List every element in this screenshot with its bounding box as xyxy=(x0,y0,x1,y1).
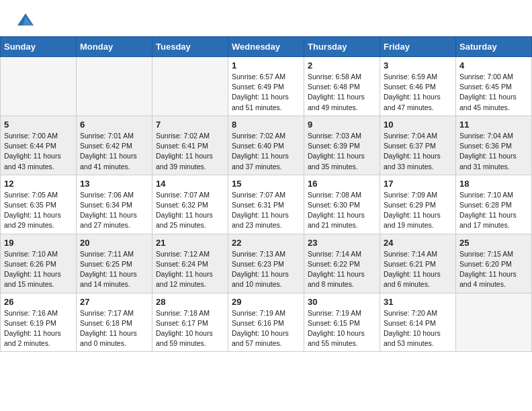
day-number: 1 xyxy=(232,60,300,71)
calendar-day: 7Sunrise: 7:02 AM Sunset: 6:41 PM Daylig… xyxy=(152,116,228,175)
day-number: 25 xyxy=(459,238,528,248)
calendar-day: 25Sunrise: 7:15 AM Sunset: 6:20 PM Dayli… xyxy=(456,234,532,293)
day-info: Sunrise: 7:11 AM Sunset: 6:25 PM Dayligh… xyxy=(80,249,148,290)
day-number: 8 xyxy=(232,120,300,130)
day-info: Sunrise: 7:01 AM Sunset: 6:42 PM Dayligh… xyxy=(80,131,148,172)
weekday-header-wednesday: Wednesday xyxy=(228,37,304,57)
day-info: Sunrise: 7:04 AM Sunset: 6:37 PM Dayligh… xyxy=(384,131,452,172)
calendar-day: 4Sunrise: 7:00 AM Sunset: 6:45 PM Daylig… xyxy=(456,57,532,116)
day-info: Sunrise: 7:03 AM Sunset: 6:39 PM Dayligh… xyxy=(308,131,376,172)
calendar-day xyxy=(1,57,77,116)
day-number: 10 xyxy=(384,120,452,130)
calendar-day: 31Sunrise: 7:20 AM Sunset: 6:14 PM Dayli… xyxy=(380,293,456,352)
calendar-day: 10Sunrise: 7:04 AM Sunset: 6:37 PM Dayli… xyxy=(380,116,456,175)
calendar-day: 8Sunrise: 7:02 AM Sunset: 6:40 PM Daylig… xyxy=(228,116,304,175)
page-header xyxy=(0,0,532,36)
day-info: Sunrise: 7:07 AM Sunset: 6:31 PM Dayligh… xyxy=(232,190,300,231)
day-info: Sunrise: 6:57 AM Sunset: 6:49 PM Dayligh… xyxy=(232,72,300,113)
day-number: 14 xyxy=(156,179,224,189)
weekday-header-sunday: Sunday xyxy=(1,37,77,57)
calendar-day: 1Sunrise: 6:57 AM Sunset: 6:49 PM Daylig… xyxy=(228,57,304,116)
calendar-week-3: 12Sunrise: 7:05 AM Sunset: 6:35 PM Dayli… xyxy=(1,175,532,234)
day-number: 5 xyxy=(4,120,73,130)
weekday-header-thursday: Thursday xyxy=(304,37,380,57)
calendar-day: 12Sunrise: 7:05 AM Sunset: 6:35 PM Dayli… xyxy=(1,175,77,234)
logo-icon xyxy=(16,11,35,30)
calendar-day: 27Sunrise: 7:17 AM Sunset: 6:18 PM Dayli… xyxy=(77,293,152,352)
calendar-week-1: 1Sunrise: 6:57 AM Sunset: 6:49 PM Daylig… xyxy=(1,57,532,116)
day-info: Sunrise: 7:02 AM Sunset: 6:40 PM Dayligh… xyxy=(232,131,300,172)
day-number: 26 xyxy=(4,297,73,307)
day-info: Sunrise: 7:14 AM Sunset: 6:22 PM Dayligh… xyxy=(308,249,376,290)
day-number: 29 xyxy=(232,297,300,307)
day-info: Sunrise: 7:06 AM Sunset: 6:34 PM Dayligh… xyxy=(80,190,148,231)
day-number: 15 xyxy=(232,179,300,189)
day-number: 18 xyxy=(459,179,528,189)
day-number: 7 xyxy=(156,120,224,130)
day-number: 21 xyxy=(156,238,224,248)
day-info: Sunrise: 7:07 AM Sunset: 6:32 PM Dayligh… xyxy=(156,190,224,231)
day-number: 20 xyxy=(80,238,148,248)
calendar-day: 28Sunrise: 7:18 AM Sunset: 6:17 PM Dayli… xyxy=(152,293,228,352)
calendar-day: 17Sunrise: 7:09 AM Sunset: 6:29 PM Dayli… xyxy=(380,175,456,234)
calendar-day: 30Sunrise: 7:19 AM Sunset: 6:15 PM Dayli… xyxy=(304,293,380,352)
calendar-day: 14Sunrise: 7:07 AM Sunset: 6:32 PM Dayli… xyxy=(152,175,228,234)
day-info: Sunrise: 7:16 AM Sunset: 6:19 PM Dayligh… xyxy=(4,308,73,349)
day-number: 2 xyxy=(308,60,376,71)
calendar-day: 6Sunrise: 7:01 AM Sunset: 6:42 PM Daylig… xyxy=(77,116,152,175)
day-info: Sunrise: 7:14 AM Sunset: 6:21 PM Dayligh… xyxy=(384,249,452,290)
calendar-week-2: 5Sunrise: 7:00 AM Sunset: 6:44 PM Daylig… xyxy=(1,116,532,175)
weekday-header-monday: Monday xyxy=(77,37,152,57)
day-number: 3 xyxy=(384,60,452,71)
calendar-day: 22Sunrise: 7:13 AM Sunset: 6:23 PM Dayli… xyxy=(228,234,304,293)
day-number: 19 xyxy=(4,238,73,248)
calendar-day: 15Sunrise: 7:07 AM Sunset: 6:31 PM Dayli… xyxy=(228,175,304,234)
calendar-day: 21Sunrise: 7:12 AM Sunset: 6:24 PM Dayli… xyxy=(152,234,228,293)
day-number: 13 xyxy=(80,179,148,189)
day-number: 24 xyxy=(384,238,452,248)
calendar-day: 23Sunrise: 7:14 AM Sunset: 6:22 PM Dayli… xyxy=(304,234,380,293)
day-info: Sunrise: 7:00 AM Sunset: 6:45 PM Dayligh… xyxy=(459,72,528,113)
day-info: Sunrise: 7:04 AM Sunset: 6:36 PM Dayligh… xyxy=(459,131,528,172)
calendar-day: 19Sunrise: 7:10 AM Sunset: 6:26 PM Dayli… xyxy=(1,234,77,293)
weekday-header-friday: Friday xyxy=(380,37,456,57)
day-number: 28 xyxy=(156,297,224,307)
day-info: Sunrise: 7:18 AM Sunset: 6:17 PM Dayligh… xyxy=(156,308,224,349)
day-info: Sunrise: 7:19 AM Sunset: 6:16 PM Dayligh… xyxy=(232,308,300,349)
calendar-table: SundayMondayTuesdayWednesdayThursdayFrid… xyxy=(0,36,532,352)
day-info: Sunrise: 7:02 AM Sunset: 6:41 PM Dayligh… xyxy=(156,131,224,172)
calendar-day: 24Sunrise: 7:14 AM Sunset: 6:21 PM Dayli… xyxy=(380,234,456,293)
calendar-day: 16Sunrise: 7:08 AM Sunset: 6:30 PM Dayli… xyxy=(304,175,380,234)
day-number: 27 xyxy=(80,297,148,307)
day-number: 16 xyxy=(308,179,376,189)
day-info: Sunrise: 7:08 AM Sunset: 6:30 PM Dayligh… xyxy=(308,190,376,231)
calendar-week-5: 26Sunrise: 7:16 AM Sunset: 6:19 PM Dayli… xyxy=(1,293,532,352)
day-info: Sunrise: 6:59 AM Sunset: 6:46 PM Dayligh… xyxy=(384,72,452,113)
day-number: 17 xyxy=(384,179,452,189)
calendar-day: 13Sunrise: 7:06 AM Sunset: 6:34 PM Dayli… xyxy=(77,175,152,234)
day-info: Sunrise: 7:10 AM Sunset: 6:28 PM Dayligh… xyxy=(459,190,528,231)
calendar-day xyxy=(456,293,532,352)
day-info: Sunrise: 7:10 AM Sunset: 6:26 PM Dayligh… xyxy=(4,249,73,290)
day-number: 30 xyxy=(308,297,376,307)
day-info: Sunrise: 7:00 AM Sunset: 6:44 PM Dayligh… xyxy=(4,131,73,172)
calendar-day xyxy=(77,57,152,116)
weekday-header-tuesday: Tuesday xyxy=(152,37,228,57)
day-info: Sunrise: 7:09 AM Sunset: 6:29 PM Dayligh… xyxy=(384,190,452,231)
day-number: 11 xyxy=(459,120,528,130)
day-number: 22 xyxy=(232,238,300,248)
day-number: 23 xyxy=(308,238,376,248)
weekday-header-row: SundayMondayTuesdayWednesdayThursdayFrid… xyxy=(1,37,532,57)
calendar-day: 9Sunrise: 7:03 AM Sunset: 6:39 PM Daylig… xyxy=(304,116,380,175)
calendar-day: 11Sunrise: 7:04 AM Sunset: 6:36 PM Dayli… xyxy=(456,116,532,175)
calendar-day xyxy=(152,57,228,116)
weekday-header-saturday: Saturday xyxy=(456,37,532,57)
day-number: 6 xyxy=(80,120,148,130)
day-info: Sunrise: 6:58 AM Sunset: 6:48 PM Dayligh… xyxy=(308,72,376,113)
logo xyxy=(13,11,35,30)
calendar-day: 18Sunrise: 7:10 AM Sunset: 6:28 PM Dayli… xyxy=(456,175,532,234)
day-number: 12 xyxy=(4,179,73,189)
calendar-day: 20Sunrise: 7:11 AM Sunset: 6:25 PM Dayli… xyxy=(77,234,152,293)
day-info: Sunrise: 7:20 AM Sunset: 6:14 PM Dayligh… xyxy=(384,308,452,349)
day-number: 31 xyxy=(384,297,452,307)
